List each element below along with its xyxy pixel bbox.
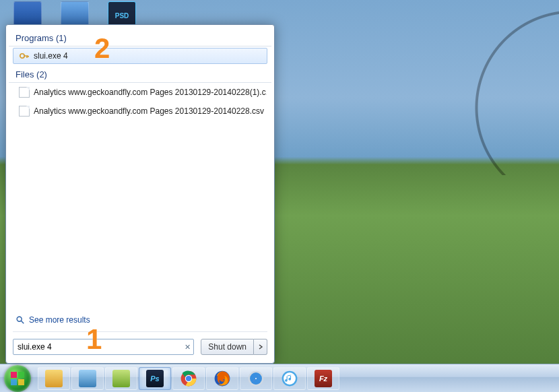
filezilla-icon: Fz: [315, 370, 332, 387]
svg-rect-5: [11, 379, 17, 385]
programs-header: Programs (1): [9, 29, 271, 46]
see-more-results-link[interactable]: See more results: [9, 311, 271, 329]
shutdown-button[interactable]: Shut down: [201, 339, 254, 355]
taskbar-item-chrome[interactable]: [172, 367, 205, 390]
divider: [13, 331, 267, 332]
result-label: Analytics www.geckoandfly.com Pages 2013…: [34, 88, 267, 97]
result-label: Analytics www.geckoandfly.com Pages 2013…: [34, 106, 264, 116]
svg-rect-6: [18, 379, 24, 385]
search-result-file[interactable]: Analytics www.geckoandfly.com Pages 2013…: [13, 103, 267, 119]
calculator-icon: [79, 370, 96, 387]
annotation-1: 1: [86, 323, 102, 356]
taskbar-item-notepad-plus[interactable]: [105, 367, 137, 390]
svg-rect-4: [18, 372, 24, 378]
file-icon: [19, 87, 30, 98]
search-input[interactable]: [13, 342, 193, 352]
windows-logo-icon: [9, 370, 26, 387]
taskbar-items: PsFz: [35, 367, 339, 390]
svg-line-2: [21, 321, 24, 323]
svg-point-0: [20, 54, 24, 58]
svg-rect-3: [11, 372, 17, 378]
notepad-plus-icon: [112, 370, 130, 387]
file-explorer-icon: [45, 370, 63, 387]
taskbar-item-filezilla[interactable]: Fz: [307, 367, 339, 390]
svg-point-9: [186, 375, 191, 381]
start-menu-search-results: Programs (1) slui.exe 4 Files (2) Analyt…: [5, 24, 275, 364]
firefox-icon: [213, 370, 231, 387]
chevron-right-icon: [258, 342, 263, 352]
start-button[interactable]: [4, 365, 31, 392]
itunes-icon: [281, 370, 298, 387]
taskbar-item-itunes[interactable]: [273, 367, 306, 390]
search-result-program[interactable]: slui.exe 4: [13, 48, 267, 64]
search-icon: [15, 315, 25, 325]
result-label: slui.exe 4: [34, 51, 68, 61]
annotation-2: 2: [94, 32, 110, 65]
taskbar-item-safari[interactable]: [240, 367, 272, 390]
files-header: Files (2): [9, 65, 271, 83]
clear-search-icon[interactable]: ✕: [185, 343, 191, 352]
taskbar: PsFz: [0, 364, 559, 392]
taskbar-item-photoshop[interactable]: Ps: [139, 367, 171, 390]
start-menu-footer: ✕ Shut down: [9, 335, 271, 359]
svg-point-13: [255, 378, 257, 379]
safari-icon: [247, 370, 265, 387]
shutdown-options-button[interactable]: [254, 339, 267, 355]
taskbar-item-firefox[interactable]: [206, 367, 238, 390]
chrome-icon: [180, 370, 197, 387]
search-result-file[interactable]: Analytics www.geckoandfly.com Pages 2013…: [13, 84, 267, 100]
search-input-wrapper: ✕: [13, 339, 194, 355]
taskbar-item-calculator[interactable]: [71, 367, 104, 390]
see-more-label: See more results: [29, 315, 90, 325]
photoshop-icon: Ps: [146, 370, 164, 387]
key-icon: [19, 51, 30, 61]
svg-point-1: [17, 317, 22, 321]
file-icon: [19, 106, 30, 117]
taskbar-item-file-explorer[interactable]: [38, 367, 70, 390]
shutdown-button-group: Shut down: [201, 339, 267, 355]
